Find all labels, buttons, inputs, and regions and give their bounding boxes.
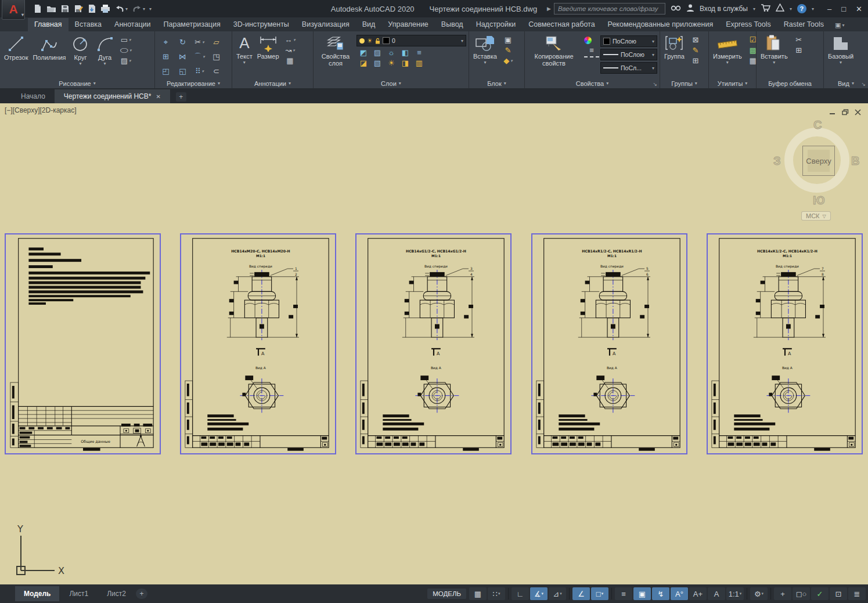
panel-label-draw[interactable]: Рисование▾ [0,79,154,88]
sign-in-button[interactable]: Вход в службы [700,5,748,13]
graphics-performance-button[interactable]: ✓ [811,587,829,600]
ribbon-tab[interactable]: Управление [381,18,435,31]
polyline-button[interactable]: Полилиния [31,33,67,62]
sheet-viewport-cover[interactable]: Общие данные [5,233,161,454]
layer-freeze-icon[interactable]: ☼ [387,48,396,57]
redo-icon[interactable]: ▾ [132,4,145,13]
panel-label-properties[interactable]: Свойства▾↘ [525,79,660,88]
panel-label-modify[interactable]: Редактирование▾ [155,79,232,88]
export-icon[interactable] [88,4,96,13]
workspace-switching-button[interactable]: ⚙▾ [750,587,768,600]
ribbon-tab[interactable]: Главная [28,18,69,31]
app-store-cart-icon[interactable] [761,3,770,15]
customization-menu-button[interactable]: ≣ [848,587,866,600]
layer-off-icon[interactable]: ◩ [359,48,368,57]
layer-thaw-icon[interactable]: ☀ [387,59,396,67]
stretch-icon[interactable]: ◰ [157,64,174,78]
base-view-dropdown-icon[interactable]: ▾ [840,60,842,65]
autocad-app-menu-button[interactable]: A▾ [2,0,25,20]
layer-unisolate-icon[interactable]: ▧ [373,59,382,67]
sign-in-dropdown-icon[interactable]: ▾ [753,6,755,12]
lineweight-display-button[interactable]: ≡ [615,587,632,600]
create-block-icon[interactable]: ▣ [502,35,514,44]
layout-tab-model[interactable]: Модель [15,586,59,601]
color-dropdown-icon[interactable]: ▾ [652,39,654,44]
circle-button[interactable]: Круг ▾ [69,33,92,67]
viewcube-top-face[interactable]: Сверху [802,146,835,176]
ribbon-tab[interactable]: Вид [356,18,382,31]
media-browser-icon[interactable]: ▣▾ [835,21,844,31]
circle-dropdown-icon[interactable]: ▾ [80,62,82,66]
group-button[interactable]: Группа [662,33,686,61]
open-file-icon[interactable] [46,4,56,13]
layer-dropdown-icon[interactable]: ▾ [461,38,463,44]
leader-icon[interactable]: ↝▾ [284,46,296,55]
insert-dropdown-icon[interactable]: ▾ [484,60,486,65]
layer-on-all-icon[interactable]: ◪ [359,59,368,67]
paste-dropdown-icon[interactable]: ▾ [773,60,775,65]
layer-stack-icon[interactable]: ≡ [415,48,424,57]
ribbon-tab[interactable]: 3D-инструменты [227,18,296,31]
isometric-drafting-button[interactable]: ⊿▾ [549,587,566,600]
viewport-controls-label[interactable]: [−][Сверху][2D-каркас] [5,106,77,114]
grid-display-button[interactable]: ▦ [469,587,487,600]
lineweight-select[interactable]: ПоСл... ▾ [600,62,657,74]
new-file-icon[interactable] [33,4,42,13]
fillet-icon[interactable]: ⌒▾ [191,49,208,64]
ribbon-tab[interactable]: Express Tools [719,18,777,31]
layer-unlock-all-icon[interactable]: ◨ [401,59,410,67]
undo-dropdown-icon[interactable]: ▾ [125,6,128,12]
new-drawing-tab-button[interactable]: + [176,92,186,102]
help-dropdown-icon[interactable]: ▾ [812,6,814,12]
annotation-scale-icon-button[interactable]: A [708,587,725,600]
text-button[interactable]: А Текст ▾ [235,33,254,66]
match-properties-button[interactable]: Копирование свойств [527,33,581,68]
object-snap-tracking-button[interactable]: ∠ [572,587,590,600]
arc-button[interactable]: Дуга ▾ [93,33,117,67]
group-edit-icon[interactable]: ✎ [690,46,701,55]
ribbon-tab[interactable]: Параметризация [157,18,227,31]
print-icon[interactable] [100,4,110,13]
user-icon[interactable] [686,3,694,15]
ribbon-tab[interactable]: Вставка [69,18,108,31]
paste-button[interactable]: Вставить ▾ [759,33,790,66]
viewcube-north[interactable]: С [813,118,822,132]
transparency-button[interactable]: ▣ [633,587,651,600]
panel-label-layers[interactable]: Слои▾ [314,79,469,88]
isolate-objects-button[interactable]: ◻○ [793,587,810,600]
linetype-dropdown-icon[interactable]: ▾ [652,52,654,57]
annotation-scale-value-button[interactable]: 1:1▾ [726,587,744,600]
copy-clip-icon[interactable]: ⊞ [793,46,805,55]
annotation-visibility-button[interactable]: A° [671,587,688,600]
ribbon-tab[interactable]: Визуализация [296,18,356,31]
hatch-tool-icon[interactable]: ▨▾ [120,56,132,65]
object-snap-button[interactable]: □▾ [591,587,608,600]
qat-customize-icon[interactable]: ▾ [149,6,152,12]
snap-mode-button[interactable]: ∷▾ [488,587,505,600]
autoscale-annotations-button[interactable]: A+ [689,587,707,600]
ribbon-tab[interactable]: Raster Tools [777,18,830,31]
layout-tab-layout2[interactable]: Лист2 [98,586,135,601]
file-tab-drawing[interactable]: Чертежи соединений НСВ* ✕ [55,89,170,103]
new-layout-button[interactable]: + [136,588,147,599]
polar-tracking-button[interactable]: ∡▾ [530,587,548,600]
viewcube-ucs-menu[interactable]: МСК▽ [801,211,831,221]
model-space-button[interactable]: МОДЕЛЬ [427,588,466,599]
layer-match-icon[interactable]: ▥ [415,59,424,67]
rectangle-tool-icon[interactable]: ▭▾ [120,35,132,44]
file-tab-start[interactable]: Начало [12,89,55,103]
autodesk-app-icon[interactable] [776,3,784,14]
sheet-viewport-drawing[interactable]: НСВ14хG1/2-С, НСВ14хG1/2-Н М1:1 Вид спер… [355,233,512,454]
insert-block-button[interactable]: Вставка ▾ [471,33,499,66]
panel-label-annotation[interactable]: Аннотации▾ [232,79,313,88]
layer-lock-icon[interactable]: ◧ [401,48,410,57]
sheet-viewport-drawing[interactable]: НСВ14хR1/2-С, НСВ14хR1/2-Н М1:1 Вид спер… [531,233,687,454]
viewcube-south[interactable]: Ю [813,194,825,207]
clean-screen-button[interactable]: ⊡ [830,587,847,600]
panel-label-block[interactable]: Блок▾ [469,79,524,88]
help-search-input[interactable] [554,3,665,15]
app-dropdown-icon[interactable]: ▾ [790,6,792,12]
viewcube-east[interactable]: В [851,154,859,168]
maximize-button[interactable]: □ [841,5,846,13]
base-view-button[interactable]: Базовый ▾ [826,33,855,66]
